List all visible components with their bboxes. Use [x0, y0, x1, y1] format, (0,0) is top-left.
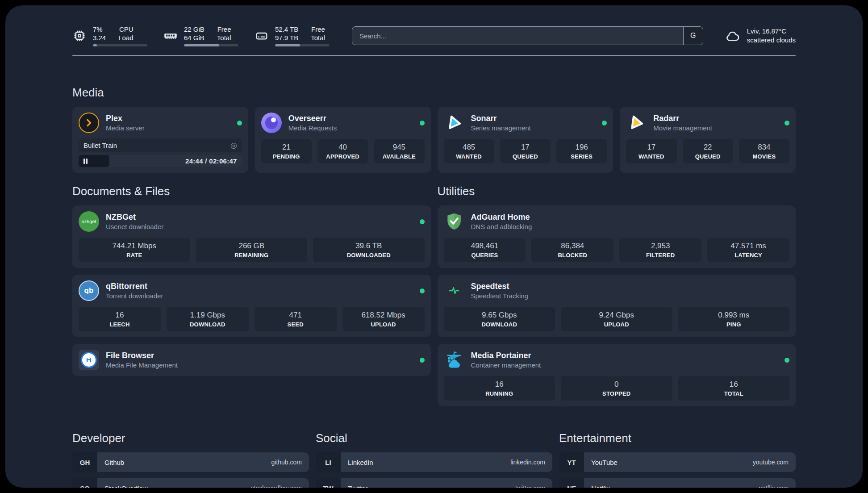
- link-name: StackOverflow: [104, 485, 148, 488]
- documents-column: Documents & Files nzbget NZBGet Usenet d…: [72, 184, 431, 376]
- utilities-column: Utilities AdGuard Home DNS and adblockin…: [438, 184, 796, 406]
- weather-condition: scattered clouds: [747, 36, 796, 45]
- link-url: youtube.com: [753, 459, 789, 466]
- cpu-progress-bar: [93, 44, 147, 46]
- social-links: Social LI LinkedInlinkedin.com TW Twitte…: [316, 431, 552, 488]
- portainer-icon: [444, 350, 464, 370]
- dashboard: 7%3.24 CPULoad 22 GiB64 GiB FreeTotal: [5, 5, 863, 488]
- now-playing-title: Bullet Train: [83, 142, 117, 149]
- app-card-speedtest[interactable]: Speedtest Speedtest Tracking 9.65 GbpsDO…: [438, 275, 796, 337]
- app-card-filebrowser[interactable]: File Browser Media File Management: [72, 344, 431, 376]
- link-url: twitter.com: [515, 485, 545, 488]
- search-engine-button[interactable]: G: [683, 27, 703, 45]
- status-dot-online: [237, 121, 242, 125]
- stat-series: 196SERIES: [556, 139, 607, 163]
- link-tag: GH: [72, 452, 97, 472]
- search-input[interactable]: [352, 27, 683, 45]
- stat-upload: 618.52 MbpsUPLOAD: [342, 307, 425, 331]
- stat-leech: 16LEECH: [79, 307, 161, 331]
- stat-available: 945AVAILABLE: [374, 139, 424, 163]
- plex-now-playing: Bullet Train ◎ 24:44 / 02:06:47: [79, 138, 242, 167]
- plex-icon: [79, 113, 99, 133]
- link-tag: NF: [559, 478, 584, 488]
- status-dot-online: [420, 288, 425, 293]
- stat-wanted: 17WANTED: [626, 139, 676, 163]
- link-stackoverflow[interactable]: SO StackOverflowstackoverflow.com: [72, 478, 309, 488]
- cpu-usage: 7%: [93, 25, 106, 33]
- link-linkedin[interactable]: LI LinkedInlinkedin.com: [316, 452, 552, 472]
- stat-queued: 22QUEUED: [683, 139, 733, 163]
- weather-widget: Lviv, 16.87°C scattered clouds: [724, 27, 796, 45]
- playback-time: 24:44 / 02:06:47: [185, 157, 242, 165]
- memory-progress-bar: [184, 44, 238, 46]
- playback-elapsed: [79, 155, 109, 167]
- app-name: qBittorrent: [106, 282, 163, 291]
- search-bar: G: [352, 26, 703, 45]
- stat-pending: 21PENDING: [261, 139, 312, 163]
- app-card-radarr[interactable]: Radarr Movie management 17WANTED 22QUEUE…: [620, 107, 796, 173]
- link-url: github.com: [271, 459, 302, 466]
- memory-free-label: Free: [217, 25, 231, 33]
- stat-remaining: 266 GBREMAINING: [196, 238, 308, 262]
- link-name: YouTube: [591, 459, 618, 466]
- speedtest-icon: [444, 280, 464, 301]
- app-description: Media server: [106, 124, 145, 132]
- app-name: Sonarr: [471, 114, 531, 123]
- media-grid: Plex Media server Bullet Train ◎ 24:44 /…: [72, 107, 796, 173]
- radarr-icon: [626, 113, 647, 133]
- link-tag: SO: [72, 478, 97, 488]
- app-card-overseerr[interactable]: Overseerr Media Requests 21PENDING 40APP…: [255, 107, 431, 173]
- link-tag: YT: [559, 452, 584, 472]
- cloud-icon: [724, 29, 741, 42]
- link-name: Netflix: [591, 485, 610, 488]
- app-description: Media Requests: [288, 124, 337, 132]
- link-twitter[interactable]: TW Twittertwitter.com: [316, 478, 552, 488]
- app-card-nzbget[interactable]: nzbget NZBGet Usenet downloader 744.21 M…: [72, 205, 431, 268]
- link-netflix[interactable]: NF Netflixnetflix.com: [559, 478, 796, 488]
- app-name: NZBGet: [106, 213, 163, 222]
- app-name: AdGuard Home: [471, 213, 532, 222]
- app-description: Movie management: [653, 124, 712, 132]
- filebrowser-icon: [79, 350, 99, 370]
- app-card-sonarr[interactable]: Sonarr Series management 485WANTED 17QUE…: [438, 107, 613, 173]
- stat-upload: 9.24 GbpsUPLOAD: [561, 307, 672, 331]
- status-dot-online: [785, 358, 789, 363]
- app-name: Speedtest: [471, 282, 528, 291]
- app-name: Media Portainer: [471, 351, 541, 360]
- link-name: LinkedIn: [348, 459, 373, 466]
- memory-total: 64 GiB: [184, 33, 204, 42]
- app-card-adguard[interactable]: AdGuard Home DNS and adblocking 498,461Q…: [438, 205, 796, 268]
- app-card-portainer[interactable]: Media Portainer Container management 16R…: [438, 344, 796, 406]
- session-settings-icon[interactable]: ◎: [230, 142, 237, 149]
- cpu-load-label: Load: [118, 33, 133, 42]
- topbar: 7%3.24 CPULoad 22 GiB64 GiB FreeTotal: [72, 25, 796, 46]
- link-name: Twitter: [348, 485, 367, 488]
- weather-location: Lviv, 16.87°C: [747, 27, 796, 36]
- app-description: Media File Management: [106, 361, 178, 369]
- status-dot-online: [420, 219, 425, 224]
- playback-progress-bar: 24:44 / 02:06:47: [79, 155, 242, 167]
- stat-queries: 498,461QUERIES: [444, 238, 526, 262]
- status-dot-online: [785, 121, 789, 125]
- app-card-qbittorrent[interactable]: qb qBittorrent Torrent downloader 16LEEC…: [72, 275, 431, 337]
- link-url: linkedin.com: [510, 459, 545, 466]
- ram-icon: [163, 29, 178, 43]
- link-github[interactable]: GH Githubgithub.com: [72, 452, 309, 472]
- stat-wanted: 485WANTED: [444, 139, 494, 163]
- section-title-documents: Documents & Files: [72, 184, 431, 198]
- app-card-plex[interactable]: Plex Media server Bullet Train ◎ 24:44 /…: [72, 107, 248, 173]
- topbar-divider: [72, 55, 796, 56]
- stat-blocked: 86,384BLOCKED: [531, 238, 613, 262]
- cpu-load-value: 3.24: [93, 33, 106, 42]
- disk-free-label: Free: [311, 25, 325, 33]
- link-youtube[interactable]: YT YouTubeyoutube.com: [559, 452, 796, 472]
- app-name: Overseerr: [288, 114, 337, 123]
- stat-download: 9.65 GbpsDOWNLOAD: [444, 307, 555, 331]
- stat-stopped: 0STOPPED: [561, 376, 672, 401]
- section-title-media: Media: [72, 86, 796, 100]
- stat-queued: 17QUEUED: [500, 139, 551, 163]
- app-description: Container management: [471, 361, 541, 369]
- memory-stat: 22 GiB64 GiB FreeTotal: [163, 25, 238, 46]
- disk-progress-bar: [275, 44, 330, 46]
- stat-total: 16TOTAL: [678, 376, 790, 401]
